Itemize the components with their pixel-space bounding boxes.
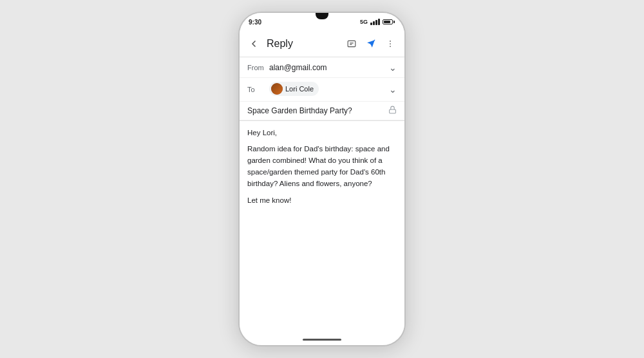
battery-icon (383, 19, 393, 24)
status-bar: 9:30 5G (240, 13, 404, 31)
app-content: Reply (240, 31, 404, 334)
from-field-row[interactable]: From alan@gmail.com ⌄ (240, 57, 404, 78)
network-label: 5G (360, 19, 368, 25)
email-paragraph-2: Let me know! (247, 195, 397, 207)
top-bar: Reply (240, 31, 404, 57)
lock-icon (388, 106, 397, 116)
from-chevron-icon: ⌄ (389, 62, 397, 73)
svg-marker-4 (367, 40, 375, 48)
subject-row[interactable]: Space Garden Birthday Party? (240, 102, 404, 120)
svg-rect-0 (348, 41, 355, 46)
status-right: 5G (360, 19, 393, 25)
more-vertical-icon (386, 39, 395, 48)
to-label: To (247, 86, 265, 93)
back-button[interactable] (246, 36, 261, 52)
recipient-name: Lori Cole (285, 85, 314, 93)
more-button[interactable] (383, 36, 398, 52)
send-button[interactable] (363, 36, 379, 52)
svg-rect-8 (390, 109, 396, 113)
email-body[interactable]: Hey Lori, Random idea for Dad's birthday… (240, 121, 404, 334)
to-chevron-icon: ⌄ (389, 84, 397, 95)
back-arrow-icon (249, 39, 259, 49)
recipient-chip[interactable]: Lori Cole (269, 82, 319, 96)
to-value: Lori Cole (269, 82, 389, 97)
to-field-row[interactable]: To Lori Cole ⌄ (240, 78, 404, 102)
signal-icon (370, 19, 380, 25)
email-greeting: Hey Lori, (247, 127, 397, 138)
svg-point-6 (390, 43, 391, 44)
svg-point-5 (390, 41, 391, 42)
phone-frame: 9:30 5G Reply (238, 12, 406, 346)
subject-text: Space Garden Birthday Party? (247, 106, 388, 115)
notch (316, 13, 328, 19)
send-icon (366, 39, 375, 48)
email-paragraph-1: Random idea for Dad's birthday: space an… (247, 144, 397, 189)
home-indicator (240, 334, 404, 345)
home-bar (303, 339, 341, 341)
from-value: alan@gmail.com (269, 63, 389, 72)
page-title: Reply (267, 38, 344, 50)
from-label: From (247, 64, 265, 71)
link-icon (347, 39, 356, 48)
status-time: 9:30 (249, 19, 261, 26)
lock-svg (388, 106, 397, 114)
top-actions (344, 36, 398, 52)
avatar-image (271, 83, 283, 95)
link-button[interactable] (344, 36, 359, 52)
svg-point-7 (390, 46, 391, 47)
avatar (271, 83, 283, 95)
